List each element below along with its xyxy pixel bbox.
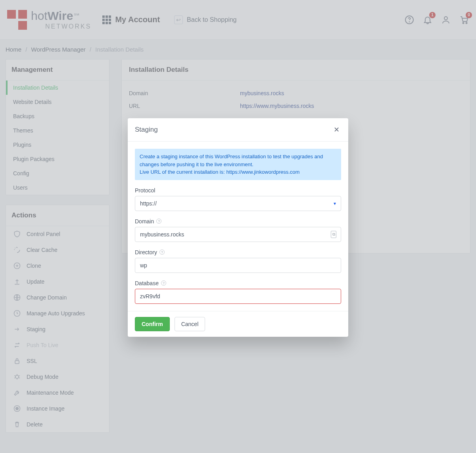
protocol-select[interactable]: https:// ▾ bbox=[135, 196, 341, 211]
protocol-label: Protocol bbox=[135, 187, 341, 194]
info-line1: Create a staging instance of this WordPr… bbox=[140, 153, 336, 168]
confirm-button[interactable]: Confirm bbox=[135, 317, 170, 331]
database-label: Database bbox=[135, 280, 159, 286]
chevron-down-icon: ▾ bbox=[334, 201, 336, 206]
database-input[interactable] bbox=[135, 289, 341, 304]
modal-overlay: Staging ✕ Create a staging instance of t… bbox=[0, 0, 476, 453]
modal-title: Staging bbox=[135, 126, 158, 134]
domain-input[interactable] bbox=[135, 227, 341, 242]
help-icon[interactable]: ? bbox=[161, 280, 166, 286]
staging-modal: Staging ✕ Create a staging instance of t… bbox=[128, 118, 348, 337]
info-box: Create a staging instance of this WordPr… bbox=[135, 149, 341, 180]
directory-label: Directory bbox=[135, 249, 157, 255]
info-line2: Live URL of the current installation is:… bbox=[140, 168, 336, 176]
help-icon[interactable]: ? bbox=[159, 250, 165, 255]
help-icon[interactable]: ? bbox=[156, 219, 161, 224]
directory-input[interactable] bbox=[135, 258, 341, 273]
cancel-button[interactable]: Cancel bbox=[175, 317, 205, 331]
modal-close-button[interactable]: ✕ bbox=[332, 124, 341, 136]
contacts-suggest-icon[interactable]: ⧉ bbox=[331, 231, 336, 238]
protocol-value: https:// bbox=[140, 200, 157, 207]
domain-label: Domain bbox=[135, 218, 154, 225]
close-icon: ✕ bbox=[334, 126, 340, 134]
